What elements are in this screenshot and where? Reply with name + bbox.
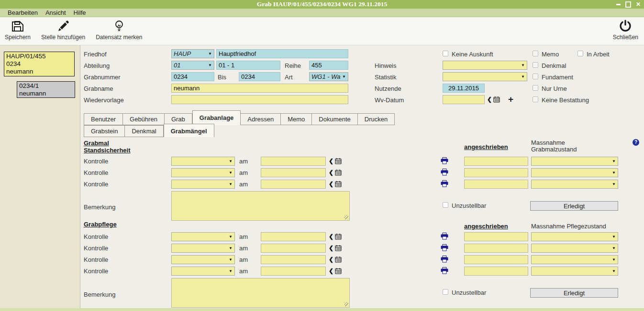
date-back-icon[interactable]: ❮ xyxy=(329,232,333,241)
calendar-icon[interactable] xyxy=(335,233,342,240)
grabpflege-bemerkung-textarea[interactable] xyxy=(171,278,350,308)
stelle-record-card[interactable]: 0234/1 neumann xyxy=(17,81,75,98)
fundament-checkbox[interactable] xyxy=(533,74,538,79)
keine-auskunft-checkbox[interactable] xyxy=(443,51,448,56)
date-back-icon[interactable]: ❮ xyxy=(329,244,333,253)
tab-drucken[interactable]: Drucken xyxy=(358,113,395,125)
calendar-icon[interactable] xyxy=(335,256,342,263)
angeschrieben-field[interactable] xyxy=(464,157,528,166)
denkmal-checkbox[interactable] xyxy=(533,62,538,68)
hinweis-select[interactable]: ▼ xyxy=(443,61,527,70)
grabmal-unzustellbar-checkbox[interactable] xyxy=(443,202,448,208)
grabnummer-field[interactable] xyxy=(171,72,214,81)
date-back-icon[interactable]: ❮ xyxy=(329,180,333,189)
printer-icon[interactable] xyxy=(441,267,448,274)
grabpflege-unzustellbar-checkbox[interactable] xyxy=(443,289,448,295)
massnahme-select[interactable]: ▼ xyxy=(531,180,618,189)
printer-icon[interactable] xyxy=(441,256,448,263)
minimize-icon[interactable] xyxy=(615,1,621,7)
keine-bestattung-checkbox[interactable] xyxy=(533,97,538,102)
wv-datum-field[interactable] xyxy=(443,95,485,104)
kontrolle-datum-field[interactable] xyxy=(261,180,326,189)
kontrolle-datum-field[interactable] xyxy=(261,267,326,276)
add-stelle-button[interactable]: Stelle hinzufügen xyxy=(41,19,85,41)
angeschrieben-field[interactable] xyxy=(464,267,528,276)
calendar-icon[interactable] xyxy=(335,245,342,251)
tab-grabstein[interactable]: Grabstein xyxy=(84,125,125,137)
calendar-icon[interactable] xyxy=(335,169,342,176)
kontrolle-art-select[interactable]: ▼ xyxy=(171,168,235,177)
abteilung-code-select[interactable]: 01 ▼ xyxy=(171,61,214,70)
angeschrieben-field[interactable] xyxy=(464,180,528,189)
date-back-icon[interactable]: ❮ xyxy=(487,95,492,104)
date-back-icon[interactable]: ❮ xyxy=(329,157,333,166)
calendar-icon[interactable] xyxy=(493,96,500,103)
save-button[interactable]: Speichern xyxy=(5,19,31,41)
date-back-icon[interactable]: ❮ xyxy=(329,168,333,177)
abteilung-name-field[interactable] xyxy=(216,61,280,70)
help-icon[interactable]: ? xyxy=(633,139,639,146)
calendar-icon[interactable] xyxy=(335,158,342,164)
tab-grabmaengel[interactable]: Grabmängel xyxy=(164,124,214,137)
tab-denkmal[interactable]: Denkmal xyxy=(125,125,163,137)
kontrolle-art-select[interactable]: ▼ xyxy=(171,180,235,189)
calendar-icon[interactable] xyxy=(335,268,342,274)
memo-checkbox[interactable] xyxy=(533,51,538,56)
bookmark-record-button[interactable]: Datensatz merken xyxy=(96,19,142,41)
statistik-select[interactable]: ▼ xyxy=(443,72,527,81)
kontrolle-art-select[interactable]: ▼ xyxy=(171,267,235,276)
menu-item-bearbeiten[interactable]: Bearbeiten xyxy=(4,9,42,16)
grabmal-bemerkung-textarea[interactable] xyxy=(171,191,350,221)
close-icon[interactable]: ✕ xyxy=(635,1,641,7)
grabnummer-bis-field[interactable] xyxy=(239,72,280,81)
kontrolle-art-select[interactable]: ▼ xyxy=(171,157,235,166)
kontrolle-datum-field[interactable] xyxy=(261,232,326,241)
angeschrieben-field[interactable] xyxy=(464,168,528,177)
friedhof-name-field[interactable] xyxy=(216,49,348,58)
reihe-field[interactable] xyxy=(309,61,348,70)
friedhof-code-select[interactable]: HAUP ▼ xyxy=(171,49,214,58)
wiedervorlage-field[interactable] xyxy=(171,95,348,104)
massnahme-select[interactable]: ▼ xyxy=(531,232,618,241)
kontrolle-art-select[interactable]: ▼ xyxy=(171,244,235,253)
maximize-icon[interactable] xyxy=(625,1,631,7)
massnahme-select[interactable]: ▼ xyxy=(531,255,618,264)
menu-item-ansicht[interactable]: Ansicht xyxy=(42,9,70,16)
in-arbeit-checkbox[interactable] xyxy=(577,51,583,56)
grave-record-card[interactable]: HAUP/01/455 0234 neumann xyxy=(4,52,75,76)
art-select[interactable]: WG1 - Wa ▼ xyxy=(309,72,348,81)
close-form-button[interactable]: Schließen xyxy=(613,19,638,41)
printer-icon[interactable] xyxy=(441,233,448,240)
kontrolle-datum-field[interactable] xyxy=(261,168,326,177)
grabpflege-erledigt-button[interactable]: Erledigt xyxy=(530,288,618,298)
tab-dokumente[interactable]: Dokumente xyxy=(312,113,357,125)
kontrolle-datum-field[interactable] xyxy=(261,244,326,253)
date-back-icon[interactable]: ❮ xyxy=(329,255,333,264)
date-back-icon[interactable]: ❮ xyxy=(329,267,333,276)
kontrolle-datum-field[interactable] xyxy=(261,255,326,264)
grabname-field[interactable] xyxy=(171,84,348,93)
massnahme-select[interactable]: ▼ xyxy=(531,267,618,276)
angeschrieben-field[interactable] xyxy=(464,232,528,241)
angeschrieben-field[interactable] xyxy=(464,244,528,253)
printer-icon[interactable] xyxy=(441,157,448,164)
nutzende-field[interactable] xyxy=(443,84,485,93)
massnahme-select[interactable]: ▼ xyxy=(531,168,618,177)
menu-item-hilfe[interactable]: Hilfe xyxy=(70,9,90,16)
tab-memo[interactable]: Memo xyxy=(281,113,312,125)
calendar-icon[interactable] xyxy=(335,181,342,187)
printer-icon[interactable] xyxy=(441,180,448,187)
nur-urne-checkbox[interactable] xyxy=(533,85,538,91)
kontrolle-datum-field[interactable] xyxy=(261,157,326,166)
kontrolle-art-select[interactable]: ▼ xyxy=(171,255,235,264)
tab-adressen[interactable]: Adressen xyxy=(241,113,281,125)
add-date-icon[interactable]: + xyxy=(508,95,513,104)
printer-icon[interactable] xyxy=(441,244,448,251)
massnahme-select[interactable]: ▼ xyxy=(531,244,618,253)
tab-grabanlage[interactable]: Grabanlage xyxy=(192,110,241,125)
massnahme-select[interactable]: ▼ xyxy=(531,157,618,166)
grabmal-erledigt-button[interactable]: Erledigt xyxy=(530,201,618,211)
angeschrieben-field[interactable] xyxy=(464,255,528,264)
kontrolle-art-select[interactable]: ▼ xyxy=(171,232,235,241)
printer-icon[interactable] xyxy=(441,169,448,176)
